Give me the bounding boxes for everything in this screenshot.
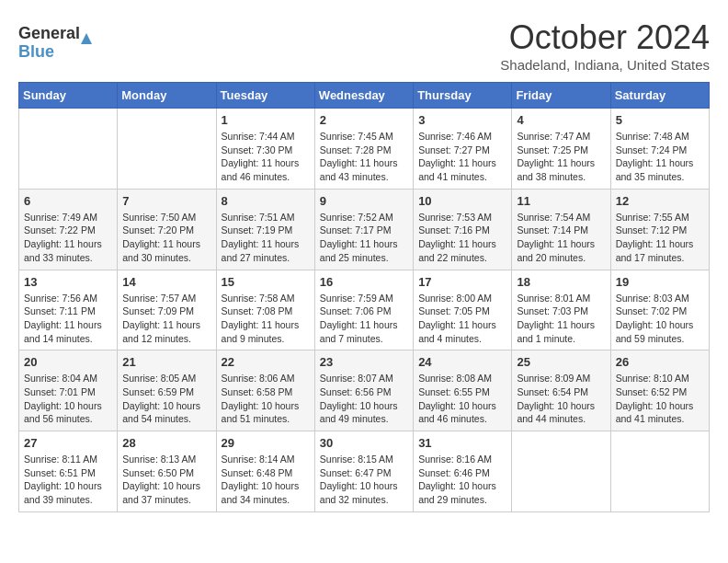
day-number: 8: [222, 194, 310, 208]
day-number: 7: [122, 194, 210, 208]
day-number: 12: [616, 194, 704, 208]
calendar-cell: 15Sunrise: 7:58 AM Sunset: 7:08 PM Dayli…: [216, 270, 314, 350]
weekday-header-row: SundayMondayTuesdayWednesdayThursdayFrid…: [19, 83, 710, 109]
day-number: 4: [517, 113, 605, 127]
day-info: Sunrise: 7:54 AM Sunset: 7:14 PM Dayligh…: [517, 211, 605, 265]
day-number: 24: [418, 355, 506, 369]
day-info: Sunrise: 8:05 AM Sunset: 6:59 PM Dayligh…: [122, 372, 210, 426]
day-info: Sunrise: 8:14 AM Sunset: 6:48 PM Dayligh…: [222, 453, 310, 507]
calendar-cell: 2Sunrise: 7:45 AM Sunset: 7:28 PM Daylig…: [314, 109, 413, 190]
week-row-4: 20Sunrise: 8:04 AM Sunset: 7:01 PM Dayli…: [19, 350, 710, 431]
day-info: Sunrise: 7:56 AM Sunset: 7:11 PM Dayligh…: [24, 292, 112, 346]
day-number: 18: [517, 275, 605, 289]
day-info: Sunrise: 7:48 AM Sunset: 7:24 PM Dayligh…: [616, 130, 704, 184]
day-info: Sunrise: 7:58 AM Sunset: 7:08 PM Dayligh…: [222, 292, 310, 346]
day-info: Sunrise: 8:13 AM Sunset: 6:50 PM Dayligh…: [122, 453, 210, 507]
svg-text:Blue: Blue: [18, 42, 54, 61]
day-number: 5: [616, 113, 704, 127]
day-info: Sunrise: 7:50 AM Sunset: 7:20 PM Dayligh…: [122, 211, 210, 265]
day-number: 20: [24, 355, 112, 369]
calendar-cell: [19, 109, 118, 190]
calendar-cell: [118, 109, 216, 190]
calendar-cell: 16Sunrise: 7:59 AM Sunset: 7:06 PM Dayli…: [314, 270, 413, 350]
week-row-5: 27Sunrise: 8:11 AM Sunset: 6:51 PM Dayli…: [19, 431, 710, 512]
weekday-header-friday: Friday: [512, 83, 610, 109]
day-number: 21: [122, 355, 210, 369]
day-info: Sunrise: 7:55 AM Sunset: 7:12 PM Dayligh…: [616, 211, 704, 265]
weekday-header-tuesday: Tuesday: [216, 83, 314, 109]
day-number: 30: [320, 436, 408, 450]
day-info: Sunrise: 7:59 AM Sunset: 7:06 PM Dayligh…: [320, 292, 408, 346]
day-info: Sunrise: 7:45 AM Sunset: 7:28 PM Dayligh…: [320, 130, 408, 184]
day-info: Sunrise: 8:09 AM Sunset: 6:54 PM Dayligh…: [517, 372, 605, 426]
day-number: 23: [320, 355, 408, 369]
calendar-cell: 31Sunrise: 8:16 AM Sunset: 6:46 PM Dayli…: [414, 431, 512, 512]
calendar-cell: 17Sunrise: 8:00 AM Sunset: 7:05 PM Dayli…: [414, 270, 512, 350]
weekday-header-wednesday: Wednesday: [314, 83, 413, 109]
week-row-3: 13Sunrise: 7:56 AM Sunset: 7:11 PM Dayli…: [19, 270, 710, 350]
calendar-cell: 18Sunrise: 8:01 AM Sunset: 7:03 PM Dayli…: [512, 270, 610, 350]
day-number: 9: [320, 194, 408, 208]
calendar-cell: 28Sunrise: 8:13 AM Sunset: 6:50 PM Dayli…: [118, 431, 216, 512]
day-info: Sunrise: 7:52 AM Sunset: 7:17 PM Dayligh…: [320, 211, 408, 265]
day-number: 27: [24, 436, 112, 450]
day-number: 3: [418, 113, 506, 127]
day-number: 31: [418, 436, 506, 450]
day-info: Sunrise: 8:08 AM Sunset: 6:55 PM Dayligh…: [418, 372, 506, 426]
day-number: 14: [122, 275, 210, 289]
day-info: Sunrise: 7:47 AM Sunset: 7:25 PM Dayligh…: [517, 130, 605, 184]
calendar-cell: 20Sunrise: 8:04 AM Sunset: 7:01 PM Dayli…: [19, 350, 118, 431]
calendar-cell: 14Sunrise: 7:57 AM Sunset: 7:09 PM Dayli…: [118, 270, 216, 350]
calendar-cell: 5Sunrise: 7:48 AM Sunset: 7:24 PM Daylig…: [610, 109, 709, 190]
logo-image: General Blue: [18, 18, 101, 64]
day-info: Sunrise: 8:06 AM Sunset: 6:58 PM Dayligh…: [222, 372, 310, 426]
day-number: 29: [222, 436, 310, 450]
calendar-cell: 12Sunrise: 7:55 AM Sunset: 7:12 PM Dayli…: [610, 189, 709, 270]
day-info: Sunrise: 8:00 AM Sunset: 7:05 PM Dayligh…: [418, 292, 506, 346]
calendar-cell: 30Sunrise: 8:15 AM Sunset: 6:47 PM Dayli…: [314, 431, 413, 512]
calendar-cell: 25Sunrise: 8:09 AM Sunset: 6:54 PM Dayli…: [512, 350, 610, 431]
day-number: 25: [517, 355, 605, 369]
day-info: Sunrise: 8:15 AM Sunset: 6:47 PM Dayligh…: [320, 453, 408, 507]
calendar-cell: 21Sunrise: 8:05 AM Sunset: 6:59 PM Dayli…: [118, 350, 216, 431]
calendar-cell: 23Sunrise: 8:07 AM Sunset: 6:56 PM Dayli…: [314, 350, 413, 431]
logo: General Blue: [18, 18, 101, 64]
page-header: General Blue October 2024 Shadeland, Ind…: [18, 18, 710, 73]
calendar-cell: 19Sunrise: 8:03 AM Sunset: 7:02 PM Dayli…: [610, 270, 709, 350]
location: Shadeland, Indiana, United States: [500, 57, 710, 73]
day-info: Sunrise: 7:57 AM Sunset: 7:09 PM Dayligh…: [122, 292, 210, 346]
day-info: Sunrise: 8:07 AM Sunset: 6:56 PM Dayligh…: [320, 372, 408, 426]
calendar-cell: 1Sunrise: 7:44 AM Sunset: 7:30 PM Daylig…: [216, 109, 314, 190]
calendar-cell: [512, 431, 610, 512]
day-info: Sunrise: 7:49 AM Sunset: 7:22 PM Dayligh…: [24, 211, 112, 265]
day-number: 6: [24, 194, 112, 208]
weekday-header-saturday: Saturday: [610, 83, 709, 109]
calendar-cell: 26Sunrise: 8:10 AM Sunset: 6:52 PM Dayli…: [610, 350, 709, 431]
day-info: Sunrise: 8:10 AM Sunset: 6:52 PM Dayligh…: [616, 372, 704, 426]
day-info: Sunrise: 7:46 AM Sunset: 7:27 PM Dayligh…: [418, 130, 506, 184]
day-number: 10: [418, 194, 506, 208]
calendar-cell: 29Sunrise: 8:14 AM Sunset: 6:48 PM Dayli…: [216, 431, 314, 512]
day-number: 22: [222, 355, 310, 369]
calendar-cell: 6Sunrise: 7:49 AM Sunset: 7:22 PM Daylig…: [19, 189, 118, 270]
day-number: 1: [222, 113, 310, 127]
weekday-header-monday: Monday: [118, 83, 216, 109]
calendar-cell: 13Sunrise: 7:56 AM Sunset: 7:11 PM Dayli…: [19, 270, 118, 350]
day-info: Sunrise: 7:51 AM Sunset: 7:19 PM Dayligh…: [222, 211, 310, 265]
day-info: Sunrise: 7:44 AM Sunset: 7:30 PM Dayligh…: [222, 130, 310, 184]
day-number: 13: [24, 275, 112, 289]
calendar-cell: 24Sunrise: 8:08 AM Sunset: 6:55 PM Dayli…: [414, 350, 512, 431]
calendar-cell: 27Sunrise: 8:11 AM Sunset: 6:51 PM Dayli…: [19, 431, 118, 512]
day-info: Sunrise: 8:16 AM Sunset: 6:46 PM Dayligh…: [418, 453, 506, 507]
week-row-1: 1Sunrise: 7:44 AM Sunset: 7:30 PM Daylig…: [19, 109, 710, 190]
calendar-cell: 22Sunrise: 8:06 AM Sunset: 6:58 PM Dayli…: [216, 350, 314, 431]
day-info: Sunrise: 8:11 AM Sunset: 6:51 PM Dayligh…: [24, 453, 112, 507]
day-info: Sunrise: 8:04 AM Sunset: 7:01 PM Dayligh…: [24, 372, 112, 426]
calendar-cell: 4Sunrise: 7:47 AM Sunset: 7:25 PM Daylig…: [512, 109, 610, 190]
title-section: October 2024 Shadeland, Indiana, United …: [500, 18, 710, 73]
day-number: 28: [122, 436, 210, 450]
calendar-cell: 11Sunrise: 7:54 AM Sunset: 7:14 PM Dayli…: [512, 189, 610, 270]
day-number: 15: [222, 275, 310, 289]
weekday-header-sunday: Sunday: [19, 83, 118, 109]
calendar-cell: 10Sunrise: 7:53 AM Sunset: 7:16 PM Dayli…: [414, 189, 512, 270]
